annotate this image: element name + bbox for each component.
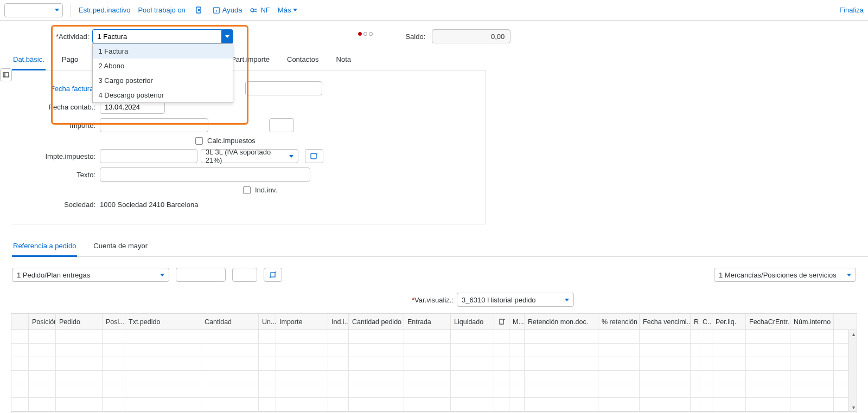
importe-input[interactable] (100, 118, 208, 132)
var-visual-select[interactable]: 3_6310 Historial pedido (457, 293, 574, 307)
side-toggle-button[interactable] (0, 68, 12, 81)
table-row[interactable] (11, 357, 857, 371)
col-entrada[interactable]: Entrada (404, 314, 451, 330)
col-cantidad-pedido[interactable]: Cantidad pedido (349, 314, 404, 330)
toolbar: Estr.ped.inactivo Pool trabajo on Ayuda … (0, 0, 868, 21)
col-num-interno[interactable]: Núm.interno (790, 314, 834, 330)
lower-tabs: Referencia a pedido Cuenta de mayor (12, 237, 868, 257)
form-panel: Fecha factura: Fecha contab.: Importe: C… (12, 70, 486, 224)
col-posicion[interactable]: Posición (29, 314, 56, 330)
chevron-down-icon (160, 274, 164, 276)
col-posi[interactable]: Posi... (103, 314, 125, 330)
col-un[interactable]: Un... (259, 314, 276, 330)
tab-dat-basic[interactable]: Dat.básic. (12, 51, 46, 70)
reference-row: 1 Pedido/Plan entregas 1 Mercancías/Posi… (0, 257, 868, 293)
calc-impuestos-checkbox[interactable] (195, 137, 203, 145)
table-body (11, 330, 857, 411)
chevron-down-icon (565, 299, 569, 301)
saldo-label: Saldo: (405, 33, 425, 41)
dropdown-item-factura[interactable]: 1 Factura (93, 44, 233, 59)
nf-link[interactable]: NF (250, 6, 270, 14)
pedido-input-2[interactable] (232, 268, 257, 282)
traffic-lights (358, 32, 373, 36)
tab-referencia-pedido[interactable]: Referencia a pedido (12, 237, 77, 257)
texto-input[interactable] (100, 167, 310, 182)
col-per-liq[interactable]: Per.liq. (712, 314, 746, 330)
finalizar-link[interactable]: Finaliza (839, 6, 864, 14)
tax-code-select[interactable]: 3L 3L (IVA soportado 21%) (201, 149, 298, 163)
pool-link[interactable]: Pool trabajo on (138, 6, 185, 14)
col-importe[interactable]: Importe (276, 314, 328, 330)
mercancias-select[interactable]: 1 Mercancías/Posiciones de servicios (714, 268, 856, 282)
chevron-down-icon (225, 35, 229, 38)
actividad-dropdown-button[interactable] (221, 29, 233, 43)
col-pct-retencion[interactable]: % retención (598, 314, 640, 330)
vertical-scrollbar[interactable]: ▴ ▾ (848, 330, 857, 411)
col-fecha-cr[interactable]: FechaCrEntr... (746, 314, 790, 330)
mas-link[interactable]: Más (278, 6, 298, 14)
reference-row-2: *Var.visualiz.: 3_6310 Historial pedido (0, 293, 868, 313)
actividad-label: *Actividad: (56, 33, 89, 41)
col-liquidado[interactable]: Liquidado (451, 314, 494, 330)
impte-impuesto-input[interactable] (100, 149, 197, 163)
sociedad-value: 1000 Sociedad 2410 Barcelona (100, 201, 198, 209)
referencia-input[interactable] (245, 81, 322, 95)
fecha-contab-label: Fecha contab.: (12, 103, 100, 111)
dropdown-item-descargo[interactable]: 4 Descargo posterior (93, 88, 233, 102)
top-row: *Actividad: 1 Factura 2 Abono 3 Cargo po… (0, 21, 868, 48)
sociedad-label: Sociedad: (12, 201, 100, 209)
toolbar-select[interactable] (4, 3, 63, 17)
status-dot (363, 32, 367, 36)
table-row[interactable] (11, 344, 857, 357)
col-retencion[interactable]: Retención mon.doc. (525, 314, 598, 330)
svg-rect-5 (271, 273, 275, 277)
tab-cuenta-mayor[interactable]: Cuenta de mayor (92, 237, 149, 256)
chevron-down-icon (293, 9, 297, 11)
doc-icon[interactable] (193, 4, 205, 16)
actividad-input[interactable] (92, 29, 221, 43)
col-fecha-venc[interactable]: Fecha vencimi... (640, 314, 691, 330)
table-row[interactable] (11, 330, 857, 344)
tax-detail-button[interactable] (305, 149, 323, 163)
var-visual-label: *Var.visualiz.: (412, 296, 454, 304)
actividad-dropdown: 1 Factura 2 Abono 3 Cargo posterior 4 De… (92, 43, 233, 103)
doc-icon (499, 319, 505, 325)
dropdown-item-abono[interactable]: 2 Abono (93, 59, 233, 73)
tab-pago[interactable]: Pago (61, 51, 79, 70)
svg-rect-4 (311, 153, 316, 159)
col-c[interactable]: C... (699, 314, 712, 330)
tab-contactos[interactable]: Contactos (286, 51, 320, 70)
items-table: Posición Pedido Posi... Txt.pedido Canti… (11, 313, 857, 413)
col-icon[interactable] (494, 314, 509, 330)
scroll-down-icon: ▾ (852, 404, 855, 410)
moneda-input[interactable] (269, 118, 294, 132)
table-header: Posición Pedido Posi... Txt.pedido Canti… (11, 314, 857, 330)
col-indi[interactable]: Ind.i... (328, 314, 349, 330)
saldo-value: 0,00 (432, 29, 510, 43)
col-selector[interactable] (11, 314, 29, 330)
table-row[interactable] (11, 398, 857, 411)
pedido-select[interactable]: 1 Pedido/Plan entregas (12, 268, 169, 282)
svg-rect-6 (500, 319, 503, 324)
col-cantidad[interactable]: Cantidad (201, 314, 259, 330)
tab-part-importe[interactable]: Part.importe (230, 51, 271, 70)
upper-tabs: Dat.básic. Pago Part.importe Contactos N… (12, 51, 486, 70)
expand-button[interactable] (264, 268, 282, 282)
ayuda-link[interactable]: Ayuda (213, 6, 242, 14)
texto-label: Texto: (12, 171, 100, 179)
chevron-down-icon (55, 9, 59, 11)
estr-ped-link[interactable]: Estr.ped.inactivo (79, 6, 130, 14)
table-row[interactable] (11, 384, 857, 398)
col-txt-pedido[interactable]: Txt.pedido (125, 314, 201, 330)
tab-nota[interactable]: Nota (335, 51, 352, 70)
divider (71, 4, 71, 17)
col-r[interactable]: R (691, 314, 699, 330)
impte-impuesto-label: Impte.impuesto: (12, 152, 100, 160)
ind-inv-checkbox[interactable] (243, 186, 251, 194)
pedido-input-1[interactable] (176, 268, 226, 282)
col-m[interactable]: M... (509, 314, 525, 330)
nf-icon (250, 7, 258, 14)
col-pedido[interactable]: Pedido (56, 314, 103, 330)
table-row[interactable] (11, 371, 857, 384)
dropdown-item-cargo[interactable]: 3 Cargo posterior (93, 73, 233, 88)
